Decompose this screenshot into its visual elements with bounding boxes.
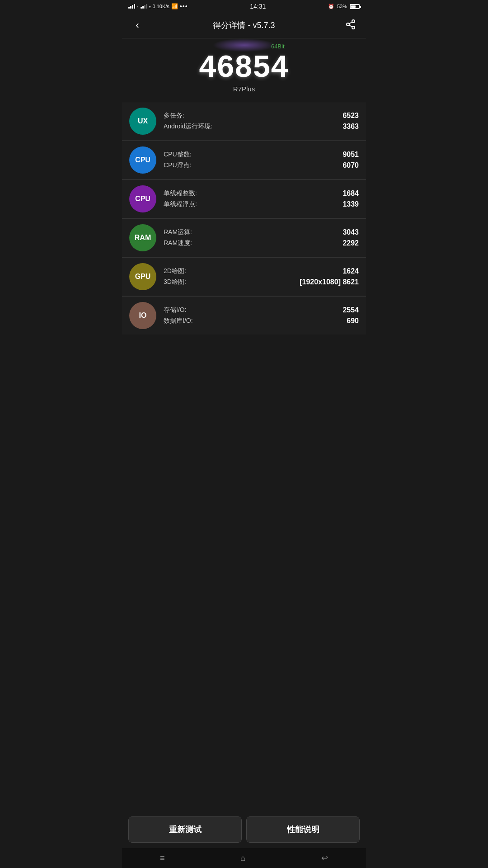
score-glow: 64Bit 46854 [199,43,289,81]
score-item-4-0: 2D绘图:1624 [164,266,359,277]
signal-icon [128,4,135,9]
svg-line-4 [349,22,352,24]
score-row-5: IO存储I/O:2554数据库I/O:690 [122,297,366,335]
score-label-5-1: 数据库I/O: [164,317,193,325]
score-item-3-1: RAM速度:2292 [164,238,359,249]
battery-icon [350,4,360,9]
category-icon-4: GPU [129,263,156,290]
network-speed: 0.10K/s [153,4,169,9]
score-row-4: GPU2D绘图:16243D绘图:[868x488] 8621 [122,258,366,296]
header: ‹ 得分详情 - v5.7.3 [122,13,366,38]
score-label-1-0: CPU整数: [164,151,191,159]
score-list: UX多任务:6523Android运行环境:3363CPUCPU整数:9051C… [122,102,366,335]
sim2-label: ₂ [149,4,151,9]
score-value-4-1: [868x488] 8621 [300,278,359,286]
category-icon-2: CPU [129,185,156,212]
category-icon-3: RAM [129,224,156,251]
category-icon-1: CPU [129,146,156,174]
score-label-5-0: 存储I/O: [164,306,187,314]
score-item-0-0: 多任务:6523 [164,110,359,121]
page-title: 得分详情 - v5.7.3 [213,20,275,31]
score-item-1-0: CPU整数:9051 [164,149,359,160]
total-score: 46854 [199,51,289,81]
score-label-2-0: 单线程整数: [164,189,197,198]
score-item-3-0: RAM运算:3043 [164,227,359,238]
score-section: 64Bit 46854 R7Plus [122,38,366,102]
score-row-0: UX多任务:6523Android运行环境:3363 [122,102,366,141]
score-label-2-1: 单线程浮点: [164,200,197,208]
score-row-3: RAMRAM运算:3043RAM速度:2292 [122,219,366,257]
score-label-0-1: Android运行环境: [164,123,212,131]
device-name: R7Plus [122,85,366,93]
score-value-5-0: 2554 [343,306,359,314]
back-button[interactable]: ‹ [129,17,145,33]
status-right: ⏰ 53% [328,4,360,9]
score-item-1-1: CPU浮点:6070 [164,160,359,171]
status-left: ▪ ₂ 0.10K/s 📶 ••• [128,3,188,10]
alarm-icon: ⏰ [328,4,334,9]
score-details-1: CPU整数:9051CPU浮点:6070 [164,149,359,171]
share-icon [345,19,356,32]
score-item-5-0: 存储I/O:2554 [164,305,359,316]
score-value-5-1: 690 [347,317,359,325]
score-item-2-0: 单线程整数:1684 [164,188,359,199]
score-details-4: 2D绘图:16243D绘图:[868x488] 8621 [164,266,359,288]
score-value-0-1: 3363 [343,123,359,131]
category-icon-0: UX [129,108,156,135]
share-button[interactable] [343,17,359,33]
battery-percent: 53% [337,4,347,9]
score-value-3-0: 3043 [343,228,359,236]
score-label-3-0: RAM运算: [164,228,192,236]
score-label-1-1: CPU浮点: [164,161,191,170]
score-label-4-1: 3D绘图: [164,278,186,286]
score-details-0: 多任务:6523Android运行环境:3363 [164,110,359,132]
score-label-3-1: RAM速度: [164,239,192,247]
wifi-icon: 📶 [171,3,178,9]
score-value-3-1: 2292 [343,239,359,247]
score-value-4-0: 1624 [343,267,359,275]
svg-line-3 [349,25,352,27]
score-item-5-1: 数据库I/O:690 [164,316,359,326]
score-value-2-0: 1684 [343,189,359,198]
score-row-2: CPU单线程整数:1684单线程浮点:1339 [122,180,366,218]
score-item-0-1: Android运行环境:3363 [164,121,359,132]
score-item-2-1: 单线程浮点:1339 [164,199,359,210]
time: 14:31 [250,3,266,10]
score-value-0-0: 6523 [343,112,359,120]
signal-icon-2: ▪ [137,4,139,9]
score-item-4-1: 3D绘图:[868x488] 8621 [164,277,359,288]
score-label-0-0: 多任务: [164,112,184,120]
score-value-1-0: 9051 [343,151,359,159]
score-label-4-0: 2D绘图: [164,267,186,275]
score-row-1: CPUCPU整数:9051CPU浮点:6070 [122,141,366,179]
category-icon-5: IO [129,302,156,329]
score-value-1-1: 6070 [343,161,359,170]
back-arrow-icon: ‹ [136,19,139,31]
dots-icon: ••• [180,3,188,10]
score-value-2-1: 1339 [343,200,359,208]
score-details-3: RAM运算:3043RAM速度:2292 [164,227,359,249]
status-bar: ▪ ₂ 0.10K/s 📶 ••• 14:31 ⏰ 53% [122,0,366,13]
signal-icon-second [141,4,147,9]
score-details-2: 单线程整数:1684单线程浮点:1339 [164,188,359,210]
score-details-5: 存储I/O:2554数据库I/O:690 [164,305,359,326]
